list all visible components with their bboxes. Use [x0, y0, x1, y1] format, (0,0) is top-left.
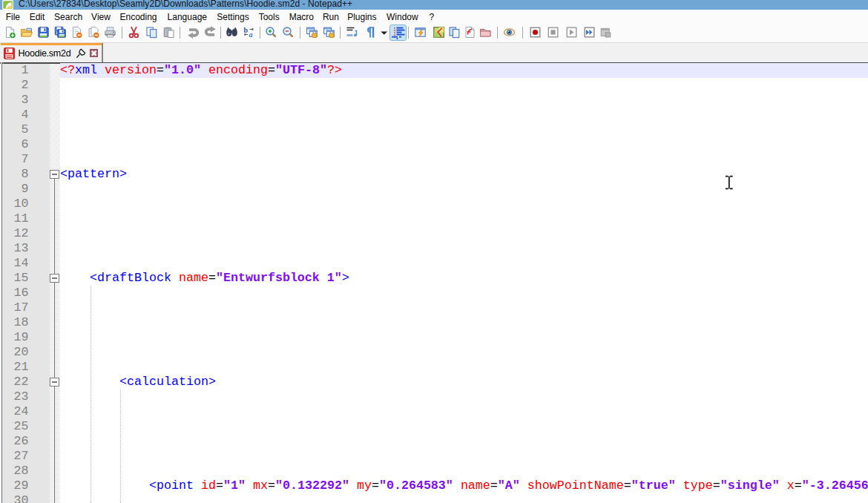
svg-text:b: b — [243, 26, 248, 34]
svg-text:a: a — [249, 30, 252, 39]
